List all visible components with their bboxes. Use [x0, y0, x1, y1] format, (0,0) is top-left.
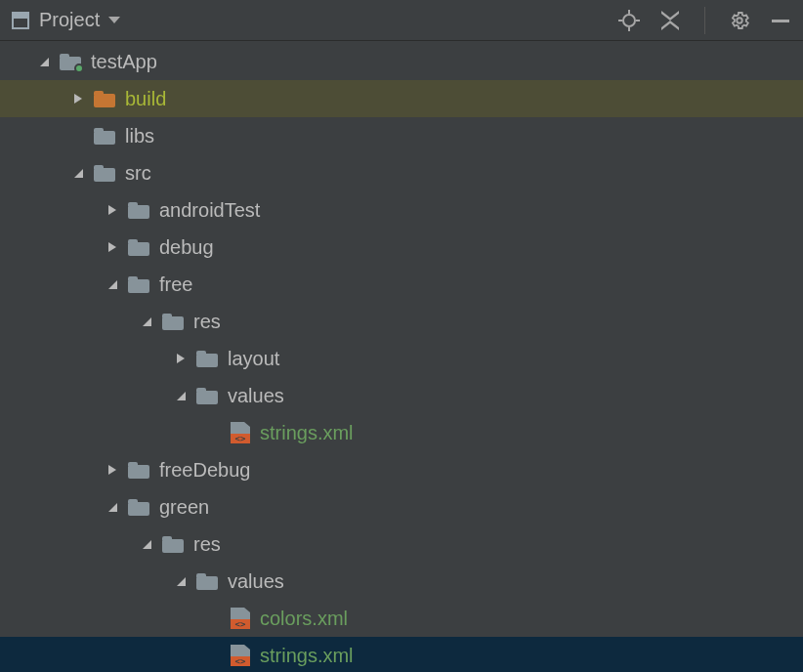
svg-point-0: [623, 15, 635, 26]
tree-label: strings.xml: [260, 422, 354, 444]
tree-item-green-strings[interactable]: <> strings.xml: [0, 637, 803, 672]
folder-icon: [94, 128, 115, 145]
project-tree: testApp build libs src: [0, 41, 803, 672]
chevron-down-icon[interactable]: [137, 534, 156, 554]
tree-label: free: [159, 273, 192, 296]
tree-label: res: [193, 533, 221, 556]
chevron-right-icon[interactable]: [103, 237, 122, 257]
chevron-right-icon[interactable]: [171, 349, 190, 368]
folder-icon: [128, 276, 149, 293]
tree-item-testApp[interactable]: testApp: [0, 43, 803, 80]
tree-item-freeDebug[interactable]: freeDebug: [0, 451, 803, 488]
folder-icon: [128, 239, 149, 256]
project-window-icon: [12, 12, 29, 29]
tree-label: values: [228, 385, 284, 407]
tree-item-src[interactable]: src: [0, 154, 803, 191]
folder-icon: [128, 499, 149, 516]
folder-icon: [196, 351, 218, 367]
tree-label: freeDebug: [159, 459, 250, 482]
tree-item-green[interactable]: green: [0, 488, 803, 525]
tree-item-build[interactable]: build: [0, 80, 803, 117]
chevron-down-icon[interactable]: [34, 52, 54, 71]
settings-gear-icon[interactable]: [729, 10, 750, 31]
tree-item-free-strings[interactable]: <> strings.xml: [0, 414, 803, 451]
locate-icon[interactable]: [618, 10, 640, 31]
tree-item-free-values[interactable]: values: [0, 377, 803, 414]
folder-icon: [196, 388, 218, 404]
tree-label: testApp: [91, 51, 157, 73]
tree-label: layout: [228, 348, 279, 370]
svg-rect-5: [772, 20, 789, 22]
tree-label: strings.xml: [260, 645, 354, 667]
tree-item-colors[interactable]: <> colors.xml: [0, 600, 803, 637]
view-mode-dropdown[interactable]: [107, 16, 121, 25]
tree-label: green: [159, 496, 209, 519]
tree-item-androidTest[interactable]: androidTest: [0, 191, 803, 229]
toolbar-actions: [618, 7, 791, 34]
folder-icon: [196, 573, 218, 590]
chevron-down-icon[interactable]: [68, 163, 88, 183]
tree-label: libs: [125, 125, 154, 147]
tree-label: colors.xml: [260, 608, 348, 630]
folder-icon: [128, 462, 149, 479]
folder-icon: [128, 202, 149, 219]
tree-item-libs[interactable]: libs: [0, 117, 803, 154]
xml-file-icon: <>: [231, 608, 250, 629]
chevron-down-icon[interactable]: [103, 274, 122, 294]
folder-icon: [162, 314, 184, 330]
tree-label: src: [125, 162, 151, 185]
chevron-down-icon[interactable]: [171, 386, 190, 405]
tree-label: debug: [159, 236, 214, 259]
tree-item-green-values[interactable]: values: [0, 563, 803, 600]
build-folder-icon: [94, 91, 115, 107]
tree-item-green-res[interactable]: res: [0, 525, 803, 563]
xml-file-icon: <>: [231, 422, 250, 443]
tree-item-layout[interactable]: layout: [0, 340, 803, 377]
folder-icon: [162, 536, 184, 553]
tree-label: values: [228, 570, 284, 593]
tree-label: build: [125, 88, 166, 110]
tree-item-debug[interactable]: debug: [0, 229, 803, 266]
chevron-right-icon[interactable]: [103, 460, 122, 480]
tree-label: res: [193, 311, 221, 333]
module-folder-icon: [60, 54, 81, 70]
tree-label: androidTest: [159, 199, 260, 222]
toolbar-separator: [704, 7, 705, 34]
tree-item-free-res[interactable]: res: [0, 303, 803, 340]
toolbar: Project: [0, 0, 803, 41]
chevron-right-icon[interactable]: [103, 200, 122, 220]
chevron-right-icon[interactable]: [68, 89, 88, 108]
minimize-icon[interactable]: [770, 10, 791, 31]
toolbar-title: Project: [39, 9, 100, 31]
chevron-down-icon[interactable]: [137, 312, 156, 331]
collapse-all-icon[interactable]: [659, 11, 681, 30]
xml-file-icon: <>: [231, 645, 250, 666]
tree-item-free[interactable]: free: [0, 266, 803, 303]
chevron-down-icon[interactable]: [171, 571, 190, 591]
folder-icon: [94, 165, 115, 182]
chevron-down-icon[interactable]: [103, 497, 122, 517]
